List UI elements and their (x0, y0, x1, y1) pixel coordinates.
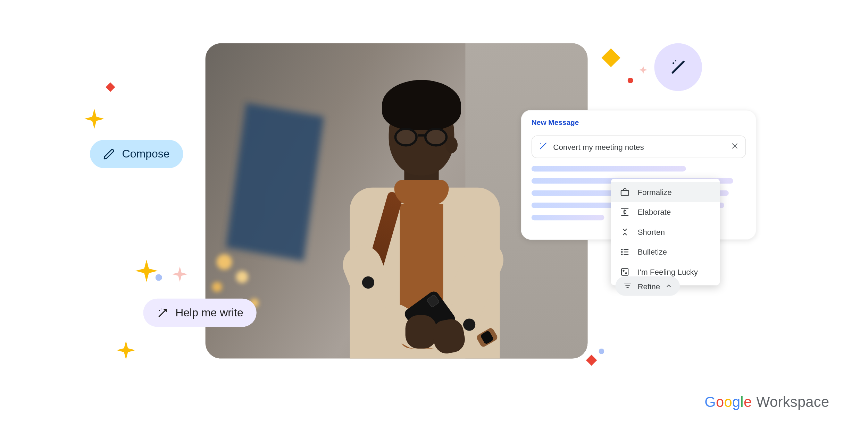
sparkle-icon (117, 341, 135, 359)
refine-menu: Formalize Elaborate Shorten Bulletize I'… (611, 179, 720, 285)
collapse-vert-icon (620, 227, 630, 237)
compose-label: Compose (122, 147, 170, 160)
workspace-word: Workspace (756, 393, 829, 411)
svg-point-6 (675, 60, 677, 61)
sparkle-icon (172, 266, 188, 282)
menu-item-label: Bulletize (637, 247, 667, 256)
dot-icon (599, 348, 604, 354)
svg-point-13 (623, 270, 624, 271)
list-icon (620, 247, 630, 257)
chevron-up-icon (666, 282, 672, 291)
svg-point-1 (628, 78, 633, 83)
google-wordmark: Google (704, 393, 752, 411)
menu-item-formalize[interactable]: Formalize (611, 182, 720, 202)
svg-point-7 (540, 143, 541, 144)
filter-icon (623, 281, 632, 291)
menu-item-elaborate[interactable]: Elaborate (611, 202, 720, 222)
diamond-icon (601, 48, 620, 67)
sparkle-icon (84, 109, 105, 129)
close-icon[interactable] (731, 142, 738, 151)
svg-point-10 (621, 251, 622, 252)
google-workspace-logo: Google Workspace (704, 393, 829, 411)
dot-icon (156, 274, 162, 281)
menu-item-label: Formalize (637, 187, 671, 196)
help-me-write-button[interactable]: Help me write (143, 298, 257, 327)
sparkle-icon (639, 65, 648, 74)
svg-rect-12 (621, 268, 628, 275)
expand-vert-icon (620, 207, 630, 217)
svg-point-0 (156, 274, 162, 281)
menu-item-label: Elaborate (637, 207, 671, 216)
svg-point-2 (599, 348, 604, 354)
briefcase-icon (620, 187, 630, 197)
panel-title: New Message (521, 110, 756, 132)
help-me-write-label: Help me write (175, 306, 243, 319)
diamond-icon (586, 355, 597, 366)
sparkle-icon (135, 259, 158, 282)
diamond-icon (106, 82, 115, 92)
compose-button[interactable]: Compose (90, 140, 183, 168)
magic-wand-icon (157, 307, 169, 319)
magic-wand-badge (654, 43, 702, 91)
menu-item-label: I'm Feeling Lucky (637, 267, 698, 276)
refine-button[interactable]: Refine (615, 276, 680, 296)
menu-item-shorten[interactable]: Shorten (611, 222, 720, 242)
prompt-input[interactable]: Convert my meeting notes (532, 135, 746, 158)
refine-label: Refine (637, 282, 660, 291)
svg-point-3 (159, 309, 160, 310)
svg-rect-8 (621, 190, 629, 195)
pencil-icon (103, 148, 115, 160)
svg-point-9 (621, 249, 622, 250)
svg-point-11 (621, 254, 622, 255)
dot-icon (628, 78, 633, 83)
menu-item-bulletize[interactable]: Bulletize (611, 242, 720, 262)
prompt-text: Convert my meeting notes (553, 142, 644, 151)
svg-point-14 (626, 273, 627, 274)
dice-icon (620, 267, 630, 277)
magic-pen-icon (539, 142, 548, 152)
svg-point-4 (161, 308, 161, 309)
menu-item-label: Shorten (637, 228, 665, 237)
svg-point-5 (673, 62, 674, 64)
